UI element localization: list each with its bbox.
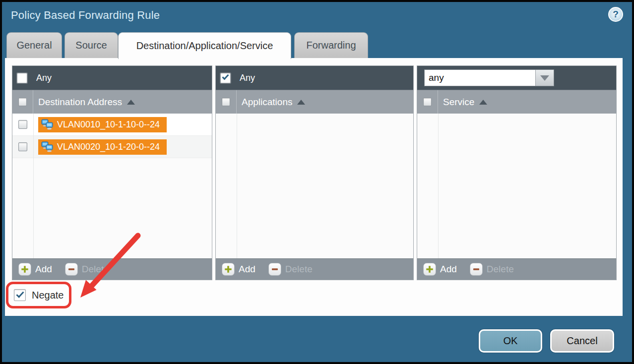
tab-destination-application-service[interactable]: Destination/Application/Service: [118, 32, 291, 59]
negate-label: Negate: [32, 290, 64, 301]
list-item[interactable]: VLAN0010_10-1-10-0--24: [12, 114, 212, 136]
applications-any-label: Any: [240, 73, 255, 83]
sort-ascending-icon: [297, 100, 305, 105]
destination-any-checkbox[interactable]: [17, 73, 27, 83]
applications-any-row: Any: [216, 66, 413, 90]
address-object-label: VLAN0020_10-1-20-0--24: [57, 142, 160, 152]
service-select-all-checkbox[interactable]: [423, 98, 432, 106]
tab-source[interactable]: Source: [64, 32, 118, 58]
sort-ascending-icon: [127, 100, 135, 105]
applications-delete-button[interactable]: Delete: [268, 263, 313, 276]
tab-general[interactable]: General: [6, 32, 62, 58]
service-list: [417, 114, 616, 258]
row-checkbox[interactable]: [18, 142, 27, 151]
destination-column-header[interactable]: Destination Address: [33, 97, 135, 108]
tab-content-area: Any Destination Address: [5, 58, 623, 316]
network-address-icon: [41, 141, 54, 152]
help-icon[interactable]: ?: [608, 7, 623, 22]
destination-select-all-checkbox[interactable]: [18, 98, 27, 106]
address-object-chip[interactable]: VLAN0010_10-1-10-0--24: [38, 117, 167, 132]
applications-column-header-row: Applications: [216, 90, 413, 114]
destination-add-button[interactable]: Add: [18, 263, 52, 276]
row-checkbox[interactable]: [18, 120, 27, 129]
applications-add-button[interactable]: Add: [222, 263, 255, 276]
negate-highlight-annotation: Negate: [6, 282, 71, 308]
applications-column-header-label: Applications: [242, 97, 292, 108]
cancel-button[interactable]: Cancel: [550, 329, 614, 353]
plus-icon: [222, 263, 235, 276]
ok-button[interactable]: OK: [479, 329, 542, 353]
sort-ascending-icon: [479, 100, 487, 105]
applications-panel: Any Applications Add: [215, 65, 414, 280]
destination-column-header-row: Destination Address: [12, 90, 212, 114]
applications-column-header[interactable]: Applications: [237, 97, 305, 108]
plus-icon: [18, 263, 31, 276]
service-dropdown[interactable]: any: [424, 69, 554, 86]
tab-forwarding[interactable]: Forwarding: [294, 32, 368, 58]
list-item[interactable]: VLAN0020_10-1-20-0--24: [12, 136, 212, 158]
destination-list: VLAN0010_10-1-10-0--24: [12, 114, 212, 258]
service-delete-button[interactable]: Delete: [470, 263, 514, 276]
destination-address-panel: Any Destination Address: [12, 65, 212, 280]
service-dropdown-row: any: [417, 66, 616, 90]
destination-delete-button[interactable]: Delete: [65, 263, 109, 276]
minus-icon: [268, 263, 281, 276]
checkmark-icon: [222, 73, 229, 80]
service-dropdown-value: any: [425, 70, 535, 86]
service-add-button[interactable]: Add: [423, 263, 457, 276]
checkmark-icon: [16, 290, 24, 298]
address-object-chip[interactable]: VLAN0020_10-1-20-0--24: [38, 139, 167, 155]
service-footer: Add Delete: [417, 258, 616, 280]
address-object-label: VLAN0010_10-1-10-0--24: [57, 120, 160, 130]
applications-any-checkbox[interactable]: [220, 73, 231, 83]
plus-icon: [423, 263, 436, 276]
applications-list: [216, 114, 413, 258]
destination-any-row: Any: [12, 66, 212, 90]
minus-icon: [65, 263, 78, 276]
policy-based-forwarding-dialog: Policy Based Forwarding Rule ? General S…: [0, 0, 634, 364]
network-address-icon: [41, 119, 54, 130]
destination-column-header-label: Destination Address: [38, 97, 122, 108]
service-column-header-row: Service: [417, 90, 616, 114]
applications-select-all-checkbox[interactable]: [222, 98, 230, 106]
service-column-header-label: Service: [443, 97, 474, 108]
chevron-down-icon: [540, 75, 549, 81]
destination-any-label: Any: [36, 73, 52, 83]
dialog-title: Policy Based Forwarding Rule: [11, 9, 160, 22]
minus-icon: [470, 263, 483, 276]
service-dropdown-button[interactable]: [535, 70, 554, 86]
negate-checkbox[interactable]: [14, 289, 26, 301]
applications-footer: Add Delete: [216, 258, 413, 280]
service-column-header[interactable]: Service: [438, 97, 487, 108]
destination-footer: Add Delete: [12, 258, 212, 280]
service-panel: any Service Add: [417, 65, 617, 280]
